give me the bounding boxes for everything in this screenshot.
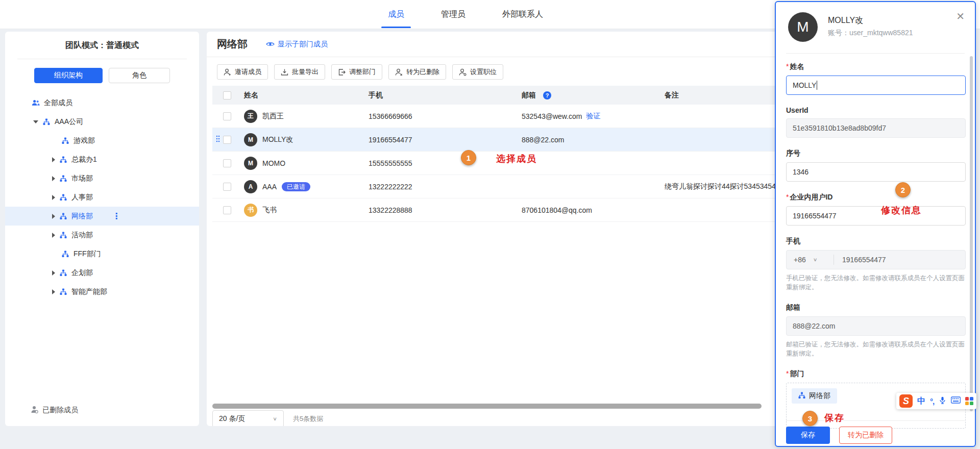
more-menu-icon[interactable]: ⋮ bbox=[112, 211, 120, 221]
panel-member-account: 账号：user_mktqww85821 bbox=[828, 29, 913, 38]
row-checkbox[interactable] bbox=[223, 159, 231, 167]
transfer-icon bbox=[338, 68, 346, 76]
microphone-icon[interactable] bbox=[939, 396, 946, 406]
org-icon bbox=[59, 269, 67, 277]
member-phone: 19166554477 bbox=[369, 136, 522, 144]
invite-member-button[interactable]: 邀请成员 bbox=[217, 64, 268, 80]
org-icon bbox=[59, 213, 67, 220]
move-to-deleted-panel-button[interactable]: 转为已删除 bbox=[839, 427, 892, 444]
tab-external-label: 外部联系人 bbox=[502, 9, 543, 20]
ime-toolbox-icon[interactable] bbox=[965, 397, 973, 405]
tree-item-all-members[interactable]: 全部成员 bbox=[5, 93, 199, 112]
sogou-ime-icon[interactable]: S bbox=[899, 394, 913, 408]
help-icon[interactable]: ? bbox=[543, 91, 551, 99]
tree-item-planning-dept[interactable]: 企划部 bbox=[5, 263, 199, 282]
member-edit-panel: ✕ M MOLLY改 账号：user_mktqww85821 姓名 MOLLY … bbox=[775, 1, 976, 447]
batch-export-button[interactable]: 批量导出 bbox=[274, 64, 325, 80]
tree-item-market-dept[interactable]: 市场部 bbox=[5, 169, 199, 188]
tree-item-hr-dept[interactable]: 人事部 bbox=[5, 188, 199, 207]
caret-right-icon[interactable] bbox=[52, 214, 55, 219]
email-help-text: 邮箱已验证，您无法修改。如需修改请联系成员在个人设置页面重新绑定。 bbox=[786, 340, 966, 358]
pagination-bar: 20 条/页 ∨ 共5条数据 bbox=[212, 410, 323, 426]
ime-language-toggle[interactable]: 中 bbox=[917, 396, 925, 407]
text-cursor bbox=[817, 81, 817, 90]
download-icon bbox=[281, 68, 288, 76]
horizontal-scrollbar[interactable] bbox=[212, 404, 762, 409]
caret-right-icon[interactable] bbox=[52, 176, 55, 181]
sequence-input[interactable] bbox=[786, 162, 966, 182]
tab-members[interactable]: 成员 bbox=[388, 0, 404, 29]
tree-item-label: FFF部门 bbox=[74, 250, 101, 259]
enterprise-id-input[interactable] bbox=[786, 206, 966, 226]
panel-member-name: MOLLY改 bbox=[828, 15, 863, 26]
tab-members-label: 成员 bbox=[388, 9, 404, 20]
batch-export-label: 批量导出 bbox=[292, 67, 318, 77]
country-code-value: +86 bbox=[794, 256, 806, 264]
deleted-members-item[interactable]: 已删除成员 bbox=[31, 406, 78, 415]
caret-right-icon[interactable] bbox=[52, 195, 55, 200]
member-phone: 15366669666 bbox=[369, 112, 522, 120]
tab-external-contacts[interactable]: 外部联系人 bbox=[502, 0, 543, 29]
tree-item-game-dept[interactable]: 游戏部 bbox=[5, 131, 199, 150]
role-button[interactable]: 角色 bbox=[109, 68, 170, 83]
row-checkbox[interactable] bbox=[223, 136, 231, 144]
email-input bbox=[786, 316, 966, 336]
phone-input-group: +86 ∨ 19166554477 bbox=[786, 250, 966, 269]
person-icon bbox=[31, 406, 38, 415]
tree-item-ceo-office[interactable]: 总裁办1 bbox=[5, 150, 199, 169]
show-sub-members-label: 显示子部门成员 bbox=[278, 40, 328, 49]
column-name: 姓名 bbox=[244, 91, 369, 100]
email-field-label: 邮箱 bbox=[786, 303, 966, 312]
adjust-department-button[interactable]: 调整部门 bbox=[331, 64, 382, 80]
tree-item-smart-capacity-dept[interactable]: 智能产能部 bbox=[5, 282, 199, 301]
row-checkbox[interactable] bbox=[223, 206, 231, 214]
name-input[interactable]: MOLLY bbox=[786, 76, 966, 95]
save-button[interactable]: 保存 bbox=[786, 427, 830, 444]
tree-item-fff-dept[interactable]: FFF部门 bbox=[5, 244, 199, 263]
drag-handle-icon[interactable] bbox=[216, 135, 220, 144]
department-tag[interactable]: 网络部 bbox=[792, 388, 837, 404]
country-code-select: +86 ∨ bbox=[787, 256, 834, 264]
caret-right-icon[interactable] bbox=[52, 270, 55, 276]
row-checkbox[interactable] bbox=[223, 112, 231, 120]
org-icon bbox=[59, 175, 67, 182]
step-1-label: 选择成员 bbox=[496, 153, 537, 165]
org-icon bbox=[42, 118, 51, 126]
member-phone: 13322228888 bbox=[369, 206, 522, 214]
ime-punctuation-toggle[interactable]: °, bbox=[930, 397, 934, 406]
tree-item-aaa-company[interactable]: AAA公司 bbox=[5, 112, 199, 131]
caret-right-icon[interactable] bbox=[52, 289, 55, 294]
person-gear-icon bbox=[459, 68, 467, 76]
close-icon[interactable]: ✕ bbox=[956, 11, 965, 21]
tree-item-network-dept[interactable]: 网络部 ⋮ bbox=[5, 207, 199, 226]
tree-item-activity-dept[interactable]: 活动部 bbox=[5, 226, 199, 244]
invite-member-label: 邀请成员 bbox=[235, 67, 261, 77]
caret-right-icon[interactable] bbox=[52, 157, 55, 162]
org-structure-button[interactable]: 组织架构 bbox=[34, 68, 103, 83]
keyboard-icon[interactable] bbox=[951, 396, 961, 406]
set-position-label: 设置职位 bbox=[470, 67, 497, 77]
userid-field-label: UserId bbox=[786, 106, 966, 114]
avatar: A bbox=[244, 180, 257, 193]
row-checkbox[interactable] bbox=[223, 183, 231, 191]
tree-item-label: 人事部 bbox=[71, 193, 93, 202]
move-to-deleted-button[interactable]: 转为已删除 bbox=[388, 64, 446, 80]
org-icon bbox=[59, 288, 67, 295]
step-2-label: 修改信息 bbox=[881, 204, 922, 216]
member-email: 888@22.com bbox=[522, 136, 564, 144]
tab-admins[interactable]: 管理员 bbox=[441, 0, 465, 29]
phone-field-label: 手机 bbox=[786, 237, 966, 246]
select-all-checkbox[interactable] bbox=[223, 91, 231, 99]
show-sub-members-toggle[interactable]: 显示子部门成员 bbox=[266, 40, 328, 49]
page-size-select[interactable]: 20 条/页 ∨ bbox=[212, 410, 284, 426]
caret-down-icon[interactable] bbox=[33, 120, 38, 123]
team-mode-title: 团队模式：普通模式 bbox=[5, 32, 199, 51]
name-input-value: MOLLY bbox=[793, 81, 816, 89]
step-3-label: 保存 bbox=[824, 412, 845, 424]
verify-link[interactable]: 验证 bbox=[586, 112, 601, 121]
set-position-button[interactable]: 设置职位 bbox=[452, 64, 503, 80]
panel-scrollbar[interactable] bbox=[970, 56, 973, 411]
caret-right-icon[interactable] bbox=[52, 233, 55, 238]
deleted-members-label: 已删除成员 bbox=[42, 406, 78, 415]
org-icon bbox=[59, 156, 67, 163]
